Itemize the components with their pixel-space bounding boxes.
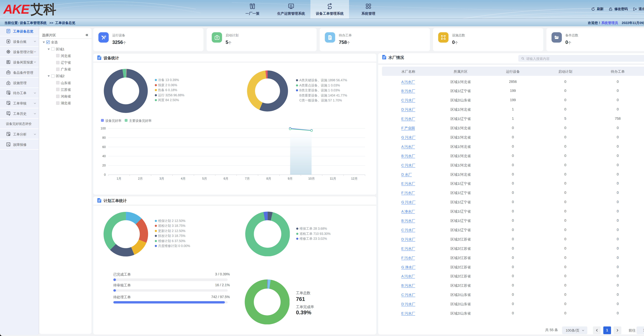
svg-text:6月: 6月: [224, 177, 228, 180]
svg-text:20: 20: [102, 163, 106, 167]
svg-text:7月: 7月: [245, 177, 250, 180]
svg-text:11月: 11月: [330, 177, 336, 180]
svg-text:60: 60: [102, 145, 106, 149]
svg-text:100: 100: [100, 127, 106, 130]
svg-text:10月: 10月: [308, 177, 315, 180]
svg-text:4月: 4月: [181, 177, 186, 180]
svg-text:8月: 8月: [266, 177, 271, 180]
svg-text:1月: 1月: [116, 177, 121, 180]
svg-text:0: 0: [104, 173, 106, 176]
svg-text:3月: 3月: [160, 177, 164, 180]
svg-text:5月: 5月: [202, 177, 207, 180]
svg-text:80: 80: [102, 136, 106, 139]
svg-text:40: 40: [102, 154, 106, 158]
svg-text:2月: 2月: [138, 177, 143, 180]
svg-text:12月: 12月: [351, 177, 358, 180]
svg-text:9月: 9月: [288, 177, 292, 180]
